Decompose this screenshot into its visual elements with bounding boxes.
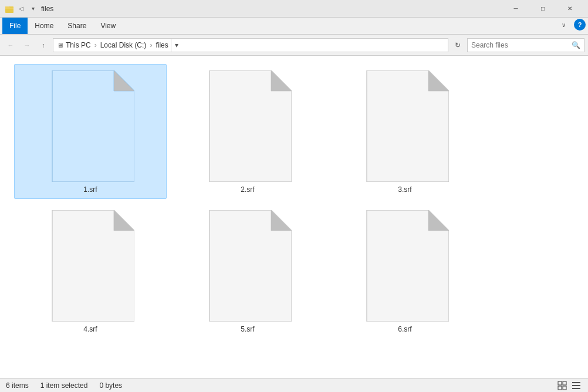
tab-view[interactable]: View	[93, 18, 123, 34]
maximize-button[interactable]: □	[529, 0, 556, 18]
file-label: 6.srf	[398, 325, 411, 333]
nav-icon-back: ◁	[16, 4, 26, 13]
svg-rect-3	[558, 386, 562, 390]
up-button[interactable]: ↑	[36, 38, 50, 52]
large-icons-view-button[interactable]	[556, 380, 568, 391]
file-item[interactable]: 6.srf	[329, 204, 481, 339]
title-bar-text: files	[41, 5, 499, 13]
ribbon-tabs: File Home Share View ∨ ?	[0, 18, 588, 34]
tab-file[interactable]: File	[2, 18, 28, 34]
breadcrumb-files: files	[156, 41, 168, 49]
file-label: 1.srf	[83, 185, 97, 194]
details-view-button[interactable]	[570, 380, 582, 391]
window-controls: ─ □ ✕	[502, 0, 583, 18]
size-info: 0 bytes	[99, 381, 122, 390]
file-icon	[361, 210, 449, 322]
breadcrumb-thispc: This PC	[66, 41, 91, 49]
minimize-button[interactable]: ─	[502, 0, 529, 18]
file-label: 4.srf	[83, 325, 97, 333]
file-label: 2.srf	[241, 185, 254, 194]
svg-rect-1	[558, 381, 562, 385]
refresh-button[interactable]: ↻	[451, 38, 465, 52]
file-icon	[204, 210, 292, 322]
file-label: 3.srf	[398, 185, 411, 194]
file-icon	[46, 70, 134, 182]
file-icon	[46, 210, 134, 322]
address-bar[interactable]: 🖥 This PC › Local Disk (C:) › files ▾	[53, 38, 448, 52]
app-icon	[5, 4, 14, 13]
status-bar: 6 items 1 item selected 0 bytes	[0, 378, 588, 392]
title-bar-icons: ◁ ▾	[5, 4, 38, 13]
search-icon[interactable]: 🔍	[572, 41, 580, 49]
back-button[interactable]: ←	[4, 38, 18, 52]
view-controls	[556, 380, 582, 391]
breadcrumb-sep-1: ›	[94, 41, 97, 49]
svg-rect-4	[563, 386, 566, 390]
svg-rect-5	[572, 382, 580, 383]
close-button[interactable]: ✕	[556, 0, 583, 18]
help-button[interactable]: ?	[574, 19, 586, 31]
ribbon-expand-button[interactable]: ∨	[556, 18, 570, 32]
file-item[interactable]: 4.srf	[14, 204, 167, 339]
file-icon	[204, 70, 292, 182]
breadcrumb-localdisk: Local Disk (C:)	[100, 41, 147, 49]
nav-bar: ← → ↑ 🖥 This PC › Local Disk (C:) › file…	[0, 35, 588, 56]
breadcrumb-sep-2: ›	[150, 41, 152, 49]
file-item[interactable]: 5.srf	[171, 204, 324, 339]
address-breadcrumb-thispc: 🖥	[57, 42, 63, 49]
file-item[interactable]: 2.srf	[171, 64, 324, 199]
file-item[interactable]: 3.srf	[329, 64, 481, 199]
search-box[interactable]: 🔍	[467, 38, 584, 52]
nav-icon-menu: ▾	[28, 4, 38, 13]
forward-button[interactable]: →	[20, 38, 34, 52]
file-content-area: 1.srf 2.srf 3.srf	[0, 56, 588, 378]
search-input[interactable]	[471, 41, 569, 49]
ribbon: File Home Share View ∨ ?	[0, 18, 588, 35]
svg-rect-6	[572, 385, 580, 386]
file-label: 5.srf	[241, 325, 254, 333]
svg-rect-7	[572, 388, 580, 389]
tab-home[interactable]: Home	[28, 18, 60, 34]
selected-info: 1 item selected	[40, 381, 88, 390]
file-icon	[361, 70, 449, 182]
svg-rect-2	[563, 381, 566, 385]
title-bar: ◁ ▾ files ─ □ ✕	[0, 0, 588, 18]
item-count: 6 items	[6, 381, 29, 390]
address-dropdown-button[interactable]: ▾	[171, 38, 183, 52]
file-item[interactable]: 1.srf	[14, 64, 167, 199]
tab-share[interactable]: Share	[60, 18, 93, 34]
